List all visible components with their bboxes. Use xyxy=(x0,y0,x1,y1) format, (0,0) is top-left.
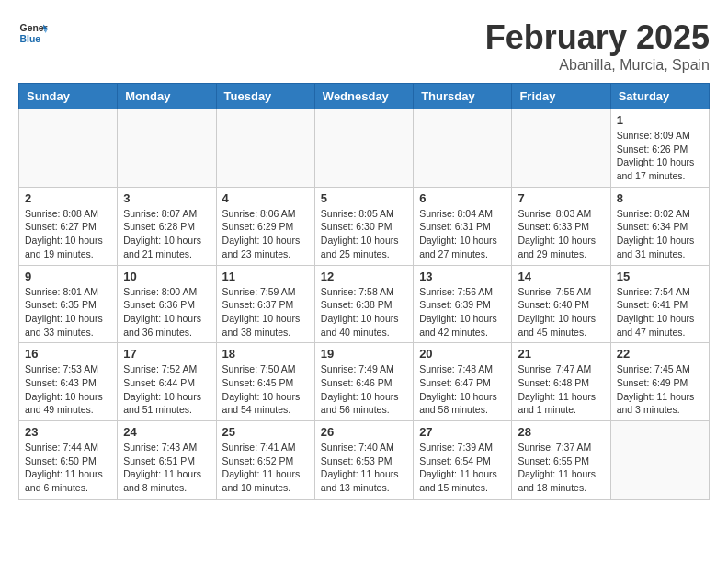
week-row-4: 23Sunrise: 7:44 AM Sunset: 6:50 PM Dayli… xyxy=(19,421,710,500)
day-info: Sunrise: 8:09 AM Sunset: 6:26 PM Dayligh… xyxy=(617,129,703,183)
day-info: Sunrise: 8:07 AM Sunset: 6:28 PM Dayligh… xyxy=(123,207,210,261)
day-info: Sunrise: 7:45 AM Sunset: 6:49 PM Dayligh… xyxy=(617,362,703,417)
week-row-1: 2Sunrise: 8:08 AM Sunset: 6:27 PM Daylig… xyxy=(19,187,710,265)
week-row-3: 16Sunrise: 7:53 AM Sunset: 6:43 PM Dayli… xyxy=(19,343,710,421)
day-cell: 1Sunrise: 8:09 AM Sunset: 6:26 PM Daylig… xyxy=(610,109,709,188)
day-number: 5 xyxy=(321,191,407,205)
day-cell: 6Sunrise: 8:04 AM Sunset: 6:31 PM Daylig… xyxy=(414,187,512,265)
day-number: 7 xyxy=(518,191,604,205)
logo-icon: General Blue xyxy=(18,18,48,48)
day-cell xyxy=(610,421,709,500)
day-cell: 14Sunrise: 7:55 AM Sunset: 6:40 PM Dayli… xyxy=(512,265,610,343)
day-info: Sunrise: 7:43 AM Sunset: 6:51 PM Dayligh… xyxy=(123,441,210,495)
day-cell: 27Sunrise: 7:39 AM Sunset: 6:54 PM Dayli… xyxy=(414,421,512,500)
day-number: 20 xyxy=(419,347,506,361)
day-info: Sunrise: 7:59 AM Sunset: 6:37 PM Dayligh… xyxy=(222,285,309,339)
month-title: February 2025 xyxy=(485,18,710,57)
day-header-sunday: Sunday xyxy=(19,84,118,109)
day-info: Sunrise: 7:39 AM Sunset: 6:54 PM Dayligh… xyxy=(419,441,506,495)
day-cell: 22Sunrise: 7:45 AM Sunset: 6:49 PM Dayli… xyxy=(610,343,709,421)
day-number: 11 xyxy=(222,270,309,283)
day-cell: 19Sunrise: 7:49 AM Sunset: 6:46 PM Dayli… xyxy=(314,343,413,421)
day-cell: 28Sunrise: 7:37 AM Sunset: 6:55 PM Dayli… xyxy=(512,421,610,500)
day-cell: 11Sunrise: 7:59 AM Sunset: 6:37 PM Dayli… xyxy=(216,265,314,343)
day-header-tuesday: Tuesday xyxy=(216,84,314,109)
day-cell: 3Sunrise: 8:07 AM Sunset: 6:28 PM Daylig… xyxy=(118,187,216,265)
day-number: 9 xyxy=(25,270,111,283)
day-number: 22 xyxy=(617,347,703,361)
day-info: Sunrise: 8:04 AM Sunset: 6:31 PM Dayligh… xyxy=(419,207,506,261)
day-number: 15 xyxy=(617,270,703,283)
day-number: 19 xyxy=(321,347,407,361)
day-cell xyxy=(118,109,216,188)
day-header-friday: Friday xyxy=(512,84,610,109)
day-cell: 7Sunrise: 8:03 AM Sunset: 6:33 PM Daylig… xyxy=(512,187,610,265)
day-header-thursday: Thursday xyxy=(414,84,512,109)
day-number: 12 xyxy=(321,270,407,283)
day-cell: 2Sunrise: 8:08 AM Sunset: 6:27 PM Daylig… xyxy=(19,187,118,265)
day-number: 28 xyxy=(518,425,604,439)
day-cell: 26Sunrise: 7:40 AM Sunset: 6:53 PM Dayli… xyxy=(314,421,413,500)
day-info: Sunrise: 7:47 AM Sunset: 6:48 PM Dayligh… xyxy=(518,362,604,417)
day-number: 23 xyxy=(25,425,111,439)
svg-text:Blue: Blue xyxy=(20,34,41,44)
day-info: Sunrise: 7:44 AM Sunset: 6:50 PM Dayligh… xyxy=(25,441,111,495)
title-block: February 2025 Abanilla, Murcia, Spain xyxy=(485,18,710,74)
day-number: 13 xyxy=(419,270,506,283)
day-info: Sunrise: 7:40 AM Sunset: 6:53 PM Dayligh… xyxy=(321,441,407,495)
day-number: 3 xyxy=(123,191,210,205)
day-info: Sunrise: 8:00 AM Sunset: 6:36 PM Dayligh… xyxy=(123,285,210,339)
day-info: Sunrise: 7:49 AM Sunset: 6:46 PM Dayligh… xyxy=(321,362,407,417)
day-cell: 9Sunrise: 8:01 AM Sunset: 6:35 PM Daylig… xyxy=(19,265,118,343)
day-cell: 4Sunrise: 8:06 AM Sunset: 6:29 PM Daylig… xyxy=(216,187,314,265)
day-number: 10 xyxy=(123,270,210,283)
day-number: 24 xyxy=(123,425,210,439)
day-cell: 12Sunrise: 7:58 AM Sunset: 6:38 PM Dayli… xyxy=(314,265,413,343)
day-cell: 23Sunrise: 7:44 AM Sunset: 6:50 PM Dayli… xyxy=(19,421,118,500)
day-cell: 25Sunrise: 7:41 AM Sunset: 6:52 PM Dayli… xyxy=(216,421,314,500)
day-info: Sunrise: 7:58 AM Sunset: 6:38 PM Dayligh… xyxy=(321,285,407,339)
day-cell: 16Sunrise: 7:53 AM Sunset: 6:43 PM Dayli… xyxy=(19,343,118,421)
day-number: 6 xyxy=(419,191,506,205)
day-info: Sunrise: 7:41 AM Sunset: 6:52 PM Dayligh… xyxy=(222,441,309,495)
day-cell: 15Sunrise: 7:54 AM Sunset: 6:41 PM Dayli… xyxy=(610,265,709,343)
day-cell: 24Sunrise: 7:43 AM Sunset: 6:51 PM Dayli… xyxy=(118,421,216,500)
day-number: 26 xyxy=(321,425,407,439)
day-info: Sunrise: 8:03 AM Sunset: 6:33 PM Dayligh… xyxy=(518,207,604,261)
day-info: Sunrise: 7:52 AM Sunset: 6:44 PM Dayligh… xyxy=(123,362,210,417)
location-title: Abanilla, Murcia, Spain xyxy=(485,57,710,74)
day-cell xyxy=(314,109,413,188)
page-header: General Blue February 2025 Abanilla, Mur… xyxy=(18,18,710,74)
day-cell: 13Sunrise: 7:56 AM Sunset: 6:39 PM Dayli… xyxy=(414,265,512,343)
day-info: Sunrise: 8:01 AM Sunset: 6:35 PM Dayligh… xyxy=(25,285,111,339)
day-info: Sunrise: 7:56 AM Sunset: 6:39 PM Dayligh… xyxy=(419,285,506,339)
day-info: Sunrise: 8:08 AM Sunset: 6:27 PM Dayligh… xyxy=(25,207,111,261)
week-row-2: 9Sunrise: 8:01 AM Sunset: 6:35 PM Daylig… xyxy=(19,265,710,343)
day-number: 21 xyxy=(518,347,604,361)
day-info: Sunrise: 7:55 AM Sunset: 6:40 PM Dayligh… xyxy=(518,285,604,339)
week-row-0: 1Sunrise: 8:09 AM Sunset: 6:26 PM Daylig… xyxy=(19,109,710,188)
day-number: 1 xyxy=(617,113,703,127)
day-header-saturday: Saturday xyxy=(610,84,709,109)
day-info: Sunrise: 8:02 AM Sunset: 6:34 PM Dayligh… xyxy=(617,207,703,261)
day-header-wednesday: Wednesday xyxy=(314,84,413,109)
day-info: Sunrise: 7:50 AM Sunset: 6:45 PM Dayligh… xyxy=(222,362,309,417)
day-cell: 18Sunrise: 7:50 AM Sunset: 6:45 PM Dayli… xyxy=(216,343,314,421)
day-number: 2 xyxy=(25,191,111,205)
day-info: Sunrise: 8:06 AM Sunset: 6:29 PM Dayligh… xyxy=(222,207,309,261)
logo: General Blue xyxy=(18,18,48,48)
day-cell: 17Sunrise: 7:52 AM Sunset: 6:44 PM Dayli… xyxy=(118,343,216,421)
day-number: 27 xyxy=(419,425,506,439)
day-cell: 20Sunrise: 7:48 AM Sunset: 6:47 PM Dayli… xyxy=(414,343,512,421)
day-info: Sunrise: 7:37 AM Sunset: 6:55 PM Dayligh… xyxy=(518,441,604,495)
day-number: 18 xyxy=(222,347,309,361)
calendar-header-row: SundayMondayTuesdayWednesdayThursdayFrid… xyxy=(19,84,710,109)
day-number: 25 xyxy=(222,425,309,439)
day-number: 4 xyxy=(222,191,309,205)
day-number: 16 xyxy=(25,347,111,361)
day-cell: 8Sunrise: 8:02 AM Sunset: 6:34 PM Daylig… xyxy=(610,187,709,265)
calendar-table: SundayMondayTuesdayWednesdayThursdayFrid… xyxy=(18,83,710,500)
day-info: Sunrise: 7:48 AM Sunset: 6:47 PM Dayligh… xyxy=(419,362,506,417)
day-cell xyxy=(512,109,610,188)
day-cell: 10Sunrise: 8:00 AM Sunset: 6:36 PM Dayli… xyxy=(118,265,216,343)
